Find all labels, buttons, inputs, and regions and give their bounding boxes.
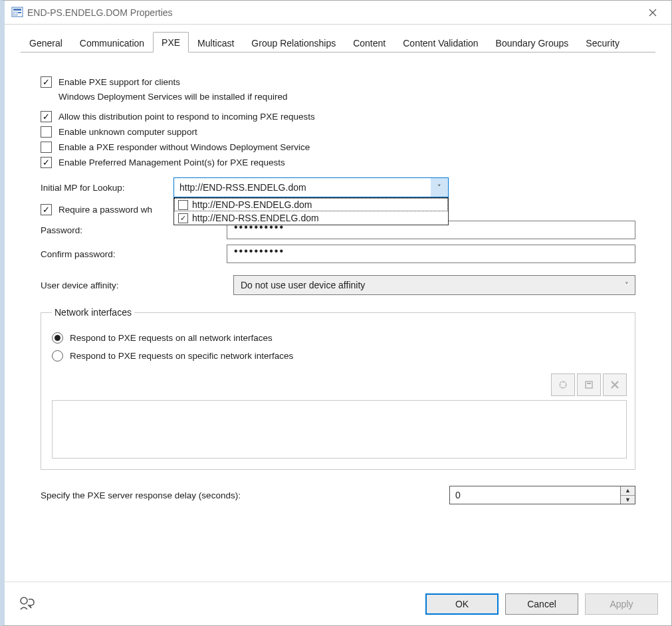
affinity-label: User device affinity: bbox=[41, 280, 233, 290]
ni-all-radio[interactable] bbox=[52, 332, 63, 344]
pxe-pane: ✓ Enable PXE support for clients Windows… bbox=[14, 52, 662, 511]
content: General Communication PXE Multicast Grou… bbox=[5, 25, 671, 581]
tab-multicast[interactable]: Multicast bbox=[189, 33, 243, 52]
enable-pxe-label: Enable PXE support for clients bbox=[58, 77, 180, 87]
ni-all-label: Respond to PXE requests on all network i… bbox=[70, 333, 273, 343]
apply-button[interactable]: Apply bbox=[585, 593, 658, 615]
responder-nowds-checkbox[interactable] bbox=[41, 142, 52, 153]
feedback-icon[interactable] bbox=[18, 595, 37, 613]
tab-security[interactable]: Security bbox=[577, 33, 628, 52]
initial-mp-label: Initial MP for Lookup: bbox=[41, 183, 173, 193]
tab-grouprel[interactable]: Group Relationships bbox=[243, 33, 344, 52]
window-title: END-PS.ENDELG.DOM Properties bbox=[27, 7, 639, 18]
initial-mp-combo[interactable]: http://END-RSS.ENDELG.dom ˅ http://END-P… bbox=[173, 177, 449, 197]
svg-point-7 bbox=[21, 597, 27, 604]
confirm-password-input[interactable]: •••••••••• bbox=[227, 245, 635, 263]
edit-interface-button[interactable] bbox=[577, 373, 601, 396]
cancel-button[interactable]: Cancel bbox=[505, 593, 578, 615]
preferred-mp-checkbox[interactable]: ✓ bbox=[41, 157, 52, 168]
network-interfaces-list[interactable] bbox=[52, 400, 627, 459]
properties-dialog: END-PS.ENDELG.DOM Properties General Com… bbox=[0, 0, 672, 626]
tab-general[interactable]: General bbox=[21, 33, 71, 52]
ni-specific-radio[interactable] bbox=[52, 350, 63, 362]
footer: OK Cancel Apply bbox=[5, 581, 671, 625]
chevron-down-icon: ˅ bbox=[619, 281, 635, 290]
add-interface-button[interactable] bbox=[551, 373, 575, 396]
tabstrip: General Communication PXE Multicast Grou… bbox=[21, 31, 655, 52]
delay-label: Specify the PXE server response delay (s… bbox=[41, 490, 449, 500]
unknown-support-checkbox[interactable] bbox=[41, 126, 52, 138]
mp-option-0[interactable]: http://END-PS.ENDELG.dom bbox=[174, 198, 448, 211]
svg-rect-5 bbox=[586, 381, 592, 388]
initial-mp-value: http://END-RSS.ENDELG.dom bbox=[174, 182, 431, 193]
network-interfaces-group: Network interfaces Respond to PXE reques… bbox=[41, 307, 635, 470]
require-password-checkbox[interactable]: ✓ bbox=[41, 204, 52, 215]
responder-nowds-label: Enable a PXE responder without Windows D… bbox=[58, 142, 310, 152]
svg-rect-1 bbox=[13, 9, 21, 11]
svg-rect-3 bbox=[18, 12, 21, 13]
svg-point-4 bbox=[560, 381, 566, 388]
preferred-mp-label: Enable Preferred Management Point(s) for… bbox=[58, 157, 285, 167]
svg-rect-2 bbox=[13, 12, 17, 15]
ni-specific-label: Respond to PXE requests on specific netw… bbox=[70, 351, 293, 361]
tab-pxe[interactable]: PXE bbox=[153, 32, 189, 52]
password-label: Password: bbox=[41, 225, 227, 235]
mp-option-1[interactable]: ✓ http://END-RSS.ENDELG.dom bbox=[174, 211, 448, 225]
close-button[interactable] bbox=[639, 1, 666, 25]
mp-option-0-label: http://END-PS.ENDELG.dom bbox=[192, 199, 312, 210]
mp-option-1-label: http://END-RSS.ENDELG.dom bbox=[192, 213, 319, 223]
unknown-support-label: Enable unknown computer support bbox=[58, 127, 197, 137]
tab-communication[interactable]: Communication bbox=[71, 33, 153, 52]
enable-pxe-note: Windows Deployment Services will be inst… bbox=[58, 92, 635, 102]
tab-content[interactable]: Content bbox=[344, 33, 394, 52]
network-interfaces-legend: Network interfaces bbox=[52, 307, 134, 318]
ok-button[interactable]: OK bbox=[425, 593, 499, 615]
initial-mp-dropdown: http://END-PS.ENDELG.dom ✓ http://END-RS… bbox=[173, 197, 449, 225]
spinner-up-icon[interactable]: ▲ bbox=[621, 486, 635, 496]
titlebar: END-PS.ENDELG.DOM Properties bbox=[5, 1, 671, 25]
mp-option-0-checkbox[interactable] bbox=[178, 200, 188, 210]
require-password-label: Require a password wh bbox=[58, 205, 152, 215]
allow-respond-checkbox[interactable]: ✓ bbox=[41, 111, 52, 122]
app-icon bbox=[11, 7, 23, 19]
chevron-down-icon[interactable]: ˅ bbox=[431, 178, 448, 197]
affinity-value: Do not use user device affinity bbox=[234, 280, 619, 290]
svg-rect-6 bbox=[587, 383, 591, 384]
delay-value[interactable]: 0 bbox=[450, 486, 620, 504]
affinity-select[interactable]: Do not use user device affinity ˅ bbox=[233, 275, 635, 295]
spinner-down-icon[interactable]: ▼ bbox=[621, 496, 635, 504]
delay-spinner[interactable]: 0 ▲ ▼ bbox=[449, 486, 635, 504]
enable-pxe-checkbox[interactable]: ✓ bbox=[41, 76, 52, 88]
tab-boundary[interactable]: Boundary Groups bbox=[487, 33, 578, 52]
delete-interface-button[interactable] bbox=[603, 373, 627, 396]
confirm-password-label: Confirm password: bbox=[41, 249, 227, 259]
tab-contentval[interactable]: Content Validation bbox=[394, 33, 487, 52]
mp-option-1-checkbox[interactable]: ✓ bbox=[178, 213, 188, 223]
allow-respond-label: Allow this distribution point to respond… bbox=[58, 112, 315, 122]
